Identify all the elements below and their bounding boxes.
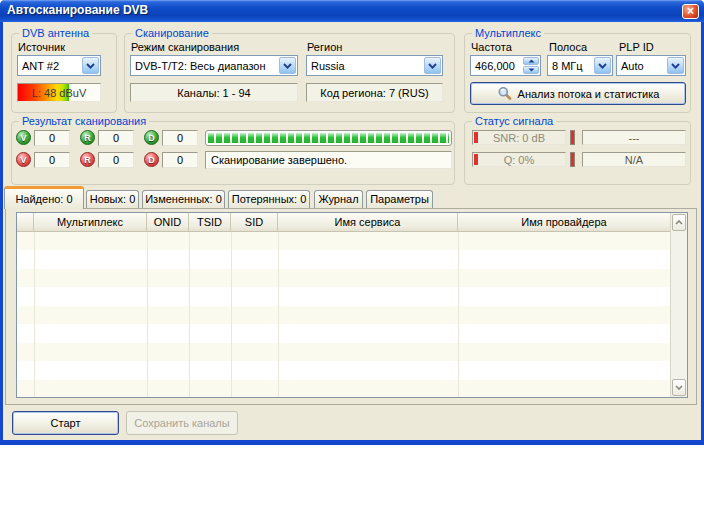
result-group-title: Результат сканирования <box>19 115 149 127</box>
tab-lost[interactable]: Потерянных: 0 <box>228 190 310 208</box>
column-divider <box>278 232 279 397</box>
chevron-down-icon[interactable] <box>667 57 684 74</box>
count-video-fail: 0 <box>34 152 70 168</box>
tab-log[interactable]: Журнал <box>314 190 363 208</box>
chevron-down-icon[interactable] <box>424 57 441 74</box>
snr-extra-field: --- <box>582 130 686 145</box>
count-radio-ok: 0 <box>98 130 134 146</box>
snr-meter: SNR: 0 dB <box>472 130 566 145</box>
column-divider <box>189 232 190 397</box>
scroll-down-button[interactable] <box>672 379 686 396</box>
frequency-spinner[interactable] <box>470 55 541 76</box>
chevron-down-icon[interactable] <box>82 57 99 74</box>
column-divider <box>458 232 459 397</box>
spin-up-button[interactable] <box>523 57 539 65</box>
quality-meter: Q: 0% <box>472 152 566 167</box>
antenna-group-title: DVB антенна <box>19 27 92 39</box>
desktop: Автосканирование DVB × DVB антенна Источ… <box>0 0 704 512</box>
tab-new[interactable]: Новых: 0 <box>86 190 139 208</box>
table-header: Мультиплекс ONID TSID SID Имя сервиса Им… <box>17 213 670 232</box>
signal-group-title: Статус сигнала <box>472 115 556 127</box>
column-header-provider-name[interactable]: Имя провайдера <box>458 213 670 231</box>
scan-progress-fill <box>208 133 449 143</box>
quality-meter-label: Q: 0% <box>504 154 535 166</box>
spinner-buttons <box>523 57 539 74</box>
scan-mode-value: DVB-T/T2: Весь диапазон <box>131 60 278 72</box>
scan-group-title: Сканирование <box>132 27 212 39</box>
close-icon: × <box>687 4 694 18</box>
close-button[interactable]: × <box>682 4 699 19</box>
chevron-down-icon[interactable] <box>594 57 611 74</box>
column-header-sid[interactable]: SID <box>231 213 278 231</box>
source-label: Источник <box>18 41 65 53</box>
indicator-data-fail-icon: D <box>144 152 159 167</box>
analyze-stream-button[interactable]: Анализ потока и статистика <box>470 82 686 105</box>
quality-meter-fill <box>474 154 478 165</box>
vertical-scrollbar[interactable] <box>670 213 687 397</box>
column-header-selector[interactable] <box>17 213 34 231</box>
magnifier-icon <box>497 86 512 101</box>
start-button[interactable]: Старт <box>12 411 119 435</box>
indicator-radio-fail-icon: R <box>80 152 95 167</box>
signal-level-text: L: 48 dBuV <box>32 87 86 99</box>
region-value: Russia <box>307 60 423 72</box>
analyze-stream-label: Анализ потока и статистика <box>518 88 660 100</box>
count-radio-fail: 0 <box>98 152 134 168</box>
column-header-service-name[interactable]: Имя сервиса <box>278 213 458 231</box>
count-data-fail: 0 <box>162 152 198 168</box>
antenna-source-value: ANT #2 <box>18 60 81 72</box>
window-title: Автосканирование DVB <box>7 3 148 17</box>
column-divider <box>231 232 232 397</box>
frequency-label: Частота <box>471 41 512 53</box>
tab-parameters[interactable]: Параметры <box>366 190 433 208</box>
plp-id-label: PLP ID <box>619 41 654 53</box>
bandwidth-label: Полоса <box>549 41 587 53</box>
frequency-input[interactable] <box>471 60 522 72</box>
scan-mode-select[interactable]: DVB-T/T2: Весь диапазон <box>130 55 298 76</box>
tab-found[interactable]: Найдено: 0 <box>4 186 84 209</box>
table-body <box>17 232 670 397</box>
antenna-source-select[interactable]: ANT #2 <box>17 55 101 76</box>
scrollbar-track[interactable] <box>671 232 687 378</box>
dialog-window: Автосканирование DVB × DVB антенна Источ… <box>0 0 704 445</box>
quality-extra-field: N/A <box>582 152 686 167</box>
titlebar[interactable]: Автосканирование DVB × <box>0 0 704 22</box>
scan-mode-label: Режим сканирования <box>131 41 239 53</box>
count-video-ok: 0 <box>34 130 70 146</box>
count-data-ok: 0 <box>162 130 198 146</box>
column-header-onid[interactable]: ONID <box>147 213 189 231</box>
column-header-tsid[interactable]: TSID <box>189 213 231 231</box>
indicator-video-fail-icon: V <box>16 152 31 167</box>
channels-table: Мультиплекс ONID TSID SID Имя сервиса Им… <box>16 212 688 398</box>
scan-progressbar <box>205 130 452 146</box>
signal-level-meter: L: 48 dBuV <box>17 83 101 102</box>
region-label: Регион <box>307 41 342 53</box>
quality-marker <box>570 152 575 167</box>
tab-changed[interactable]: Измененных: 0 <box>142 190 225 208</box>
indicator-data-ok-icon: D <box>144 130 159 145</box>
region-select[interactable]: Russia <box>306 55 443 76</box>
chevron-down-icon[interactable] <box>279 57 296 74</box>
bandwidth-value: 8 МГц <box>548 60 593 72</box>
plp-id-value: Auto <box>617 60 666 72</box>
scroll-up-button[interactable] <box>672 214 686 231</box>
column-divider <box>147 232 148 397</box>
mux-group-title: Мультиплекс <box>472 27 544 39</box>
save-channels-button[interactable]: Сохранить каналы <box>126 411 238 435</box>
region-code-field: Код региона: 7 (RUS) <box>306 83 443 102</box>
spin-down-button[interactable] <box>523 66 539 74</box>
snr-marker <box>570 130 575 145</box>
scan-status-field: Сканирование завершено. <box>205 151 452 169</box>
snr-meter-fill <box>474 132 478 143</box>
channels-range-field: Каналы: 1 - 94 <box>130 83 298 102</box>
bandwidth-select[interactable]: 8 МГц <box>547 55 613 76</box>
column-header-multiplex[interactable]: Мультиплекс <box>34 213 147 231</box>
column-divider <box>34 232 35 397</box>
indicator-radio-ok-icon: R <box>80 130 95 145</box>
snr-meter-label: SNR: 0 dB <box>493 132 545 144</box>
indicator-video-ok-icon: V <box>16 130 31 145</box>
plp-id-select[interactable]: Auto <box>616 55 686 76</box>
